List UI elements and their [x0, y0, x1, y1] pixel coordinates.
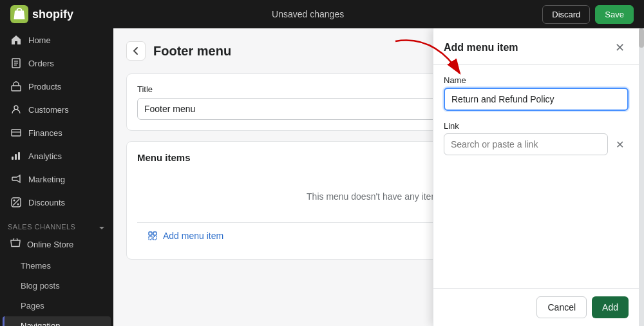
back-button[interactable]	[126, 41, 146, 61]
sidebar-sub-blog-posts[interactable]: Blog posts	[3, 276, 111, 295]
sidebar-sub-themes[interactable]: Themes	[3, 256, 111, 275]
svg-rect-11	[18, 152, 20, 160]
svg-rect-19	[149, 236, 152, 240]
customers-icon	[10, 104, 22, 115]
svg-rect-20	[153, 236, 156, 240]
modal-body: Name Link ✕	[433, 65, 639, 288]
online-store-icon	[10, 238, 21, 251]
sidebar-item-analytics-label: Analytics	[28, 151, 62, 161]
sidebar-item-home[interactable]: Home	[3, 29, 111, 51]
cancel-button[interactable]: Cancel	[536, 296, 587, 318]
topbar-left: shopify	[10, 5, 73, 23]
save-button[interactable]: Save	[595, 5, 634, 24]
sidebar-sub-navigation-label: Navigation	[21, 321, 60, 326]
sidebar-sub-themes-label: Themes	[21, 261, 51, 271]
sidebar-item-customers-label: Customers	[28, 105, 69, 115]
sales-channels-label: Sales channels	[0, 214, 113, 233]
online-store-label: Online Store	[27, 240, 73, 249]
sidebar-item-discounts[interactable]: Discounts	[3, 191, 111, 213]
name-input[interactable]	[444, 88, 629, 111]
svg-rect-18	[153, 232, 156, 235]
sidebar-online-store[interactable]: Online Store	[3, 234, 111, 255]
right-scrollbar[interactable]	[639, 28, 644, 326]
svg-rect-17	[149, 232, 152, 235]
marketing-icon	[10, 173, 22, 185]
sidebar-item-marketing-label: Marketing	[28, 175, 65, 184]
orders-icon	[10, 57, 22, 69]
svg-rect-7	[12, 129, 21, 136]
modal-header: Add menu item ✕	[433, 28, 639, 65]
modal-close-button[interactable]: ✕	[611, 39, 629, 57]
sidebar-item-finances[interactable]: Finances	[3, 122, 111, 144]
sidebar-item-products[interactable]: Products	[3, 75, 111, 97]
sidebar-item-finances-label: Finances	[28, 128, 62, 138]
link-form-group: Link ✕	[444, 121, 629, 155]
sidebar-item-home-label: Home	[28, 35, 51, 45]
sidebar-sub-pages[interactable]: Pages	[3, 296, 111, 315]
svg-rect-9	[12, 157, 14, 160]
add-menu-item-label: Add menu item	[163, 231, 223, 241]
add-button[interactable]: Add	[592, 296, 629, 318]
sidebar-item-analytics[interactable]: Analytics	[3, 145, 111, 167]
sidebar-item-marketing[interactable]: Marketing	[3, 168, 111, 190]
shopify-bag-icon	[10, 5, 28, 23]
discounts-icon	[10, 197, 22, 208]
svg-rect-10	[15, 154, 17, 160]
svg-point-12	[14, 200, 15, 202]
finances-icon	[10, 127, 22, 139]
link-input-wrapper: ✕	[444, 133, 629, 155]
clear-link-button[interactable]: ✕	[611, 135, 629, 153]
shopify-wordmark: shopify	[32, 8, 73, 21]
sidebar-sub-navigation[interactable]: Navigation	[3, 316, 111, 326]
add-menu-item-modal: Add menu item ✕ Name Link ✕ Cancel	[433, 28, 639, 326]
sidebar-item-orders[interactable]: Orders	[3, 52, 111, 74]
main-layout: Home Orders Products Customers Finances	[0, 28, 644, 326]
link-label: Link	[444, 121, 629, 131]
svg-point-13	[17, 204, 19, 206]
svg-point-6	[14, 106, 18, 110]
sidebar-item-customers[interactable]: Customers	[3, 99, 111, 120]
sidebar-sub-pages-label: Pages	[21, 301, 44, 311]
sidebar: Home Orders Products Customers Finances	[0, 28, 113, 326]
name-form-group: Name	[444, 75, 629, 111]
sidebar-sub-blog-posts-label: Blog posts	[21, 281, 60, 291]
modal-title: Add menu item	[444, 42, 518, 53]
home-icon	[10, 34, 22, 46]
topbar-actions: Discard Save	[542, 5, 634, 24]
page-title: Footer menu	[153, 44, 231, 59]
sidebar-item-discounts-label: Discounts	[28, 198, 65, 207]
sidebar-item-orders-label: Orders	[28, 59, 54, 68]
modal-footer: Cancel Add	[433, 288, 639, 326]
analytics-icon	[10, 150, 22, 162]
shopify-logo: shopify	[10, 5, 73, 23]
name-label: Name	[444, 75, 629, 85]
discard-button[interactable]: Discard	[542, 5, 590, 24]
topbar: shopify Unsaved changes Discard Save	[0, 0, 644, 28]
content-area: Footer menu Title Menu items This menu d…	[113, 28, 639, 326]
unsaved-changes-label: Unsaved changes	[272, 9, 344, 19]
products-icon	[10, 81, 22, 92]
svg-rect-5	[12, 86, 21, 91]
link-input[interactable]	[444, 133, 608, 155]
sidebar-item-products-label: Products	[28, 82, 61, 91]
